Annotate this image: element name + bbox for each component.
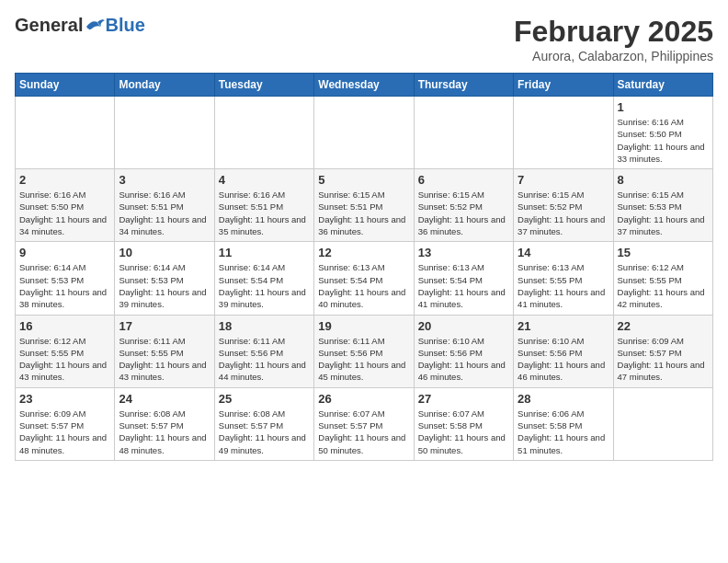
calendar-week-4: 16Sunrise: 6:12 AM Sunset: 5:55 PM Dayli…: [16, 315, 713, 387]
day-number: 5: [318, 173, 409, 187]
logo: General Blue: [15, 15, 145, 36]
calendar-cell: 8Sunrise: 6:15 AM Sunset: 5:53 PM Daylig…: [613, 169, 712, 242]
day-info: Sunrise: 6:10 AM Sunset: 5:56 PM Dayligh…: [418, 335, 509, 384]
calendar-cell: 4Sunrise: 6:16 AM Sunset: 5:51 PM Daylig…: [214, 169, 313, 242]
calendar-cell: [414, 97, 513, 169]
calendar-cell: 19Sunrise: 6:11 AM Sunset: 5:56 PM Dayli…: [314, 315, 414, 387]
day-info: Sunrise: 6:11 AM Sunset: 5:56 PM Dayligh…: [318, 335, 409, 384]
day-info: Sunrise: 6:15 AM Sunset: 5:52 PM Dayligh…: [418, 189, 509, 237]
day-number: 9: [19, 246, 110, 259]
day-info: Sunrise: 6:12 AM Sunset: 5:55 PM Dayligh…: [19, 335, 110, 384]
calendar-cell: 21Sunrise: 6:10 AM Sunset: 5:56 PM Dayli…: [514, 315, 613, 387]
calendar-cell: 16Sunrise: 6:12 AM Sunset: 5:55 PM Dayli…: [16, 315, 115, 387]
calendar-cell: [214, 97, 313, 169]
day-info: Sunrise: 6:11 AM Sunset: 5:55 PM Dayligh…: [119, 335, 210, 384]
calendar-table: SundayMondayTuesdayWednesdayThursdayFrid…: [15, 73, 713, 461]
day-number: 18: [219, 319, 310, 333]
day-info: Sunrise: 6:13 AM Sunset: 5:55 PM Dayligh…: [518, 261, 609, 310]
day-info: Sunrise: 6:15 AM Sunset: 5:52 PM Dayligh…: [518, 189, 609, 237]
day-info: Sunrise: 6:16 AM Sunset: 5:51 PM Dayligh…: [219, 189, 310, 237]
day-number: 13: [418, 246, 509, 259]
day-info: Sunrise: 6:09 AM Sunset: 5:57 PM Dayligh…: [618, 335, 709, 384]
day-info: Sunrise: 6:08 AM Sunset: 5:57 PM Dayligh…: [219, 408, 310, 456]
calendar-week-3: 9Sunrise: 6:14 AM Sunset: 5:53 PM Daylig…: [16, 242, 713, 315]
calendar-cell: 7Sunrise: 6:15 AM Sunset: 5:52 PM Daylig…: [514, 169, 613, 242]
logo-general-text: General: [15, 15, 83, 36]
day-info: Sunrise: 6:13 AM Sunset: 5:54 PM Dayligh…: [418, 261, 509, 310]
calendar-cell: 10Sunrise: 6:14 AM Sunset: 5:53 PM Dayli…: [115, 242, 214, 315]
calendar-cell: 26Sunrise: 6:07 AM Sunset: 5:57 PM Dayli…: [314, 387, 414, 460]
day-number: 1: [618, 100, 709, 114]
logo-blue-text: Blue: [105, 15, 144, 36]
calendar-cell: 13Sunrise: 6:13 AM Sunset: 5:54 PM Dayli…: [414, 242, 513, 315]
calendar-cell: 6Sunrise: 6:15 AM Sunset: 5:52 PM Daylig…: [414, 169, 513, 242]
day-number: 20: [418, 319, 509, 333]
calendar-cell: 23Sunrise: 6:09 AM Sunset: 5:57 PM Dayli…: [16, 387, 115, 460]
calendar-cell: [314, 97, 414, 169]
calendar-cell: 28Sunrise: 6:06 AM Sunset: 5:58 PM Dayli…: [514, 387, 613, 460]
day-number: 3: [119, 173, 210, 187]
weekday-header-saturday: Saturday: [613, 74, 712, 97]
logo-bird-icon: [85, 17, 105, 34]
calendar-cell: 25Sunrise: 6:08 AM Sunset: 5:57 PM Dayli…: [214, 387, 313, 460]
day-info: Sunrise: 6:07 AM Sunset: 5:57 PM Dayligh…: [318, 408, 409, 456]
day-number: 15: [618, 246, 709, 259]
day-number: 11: [219, 246, 310, 259]
calendar-cell: 17Sunrise: 6:11 AM Sunset: 5:55 PM Dayli…: [115, 315, 214, 387]
day-info: Sunrise: 6:11 AM Sunset: 5:56 PM Dayligh…: [219, 335, 310, 384]
day-number: 26: [318, 392, 409, 406]
day-info: Sunrise: 6:14 AM Sunset: 5:53 PM Dayligh…: [19, 261, 110, 310]
day-number: 28: [518, 392, 609, 406]
day-number: 2: [19, 173, 110, 187]
calendar-header-row: SundayMondayTuesdayWednesdayThursdayFrid…: [16, 74, 713, 97]
day-info: Sunrise: 6:13 AM Sunset: 5:54 PM Dayligh…: [318, 261, 409, 310]
day-info: Sunrise: 6:09 AM Sunset: 5:57 PM Dayligh…: [19, 408, 110, 456]
day-info: Sunrise: 6:16 AM Sunset: 5:50 PM Dayligh…: [19, 189, 110, 237]
day-number: 24: [119, 392, 210, 406]
weekday-header-monday: Monday: [115, 74, 214, 97]
day-number: 22: [618, 319, 709, 333]
day-info: Sunrise: 6:10 AM Sunset: 5:56 PM Dayligh…: [518, 335, 609, 384]
calendar-cell: [514, 97, 613, 169]
calendar-cell: 3Sunrise: 6:16 AM Sunset: 5:51 PM Daylig…: [115, 169, 214, 242]
day-info: Sunrise: 6:06 AM Sunset: 5:58 PM Dayligh…: [518, 408, 609, 456]
day-number: 7: [518, 173, 609, 187]
day-number: 21: [518, 319, 609, 333]
weekday-header-sunday: Sunday: [16, 74, 115, 97]
weekday-header-friday: Friday: [514, 74, 613, 97]
calendar-cell: [613, 387, 712, 460]
title-block: February 2025 Aurora, Calabarzon, Philip…: [514, 15, 713, 63]
day-info: Sunrise: 6:15 AM Sunset: 5:51 PM Dayligh…: [318, 189, 409, 237]
day-info: Sunrise: 6:16 AM Sunset: 5:51 PM Dayligh…: [119, 189, 210, 237]
calendar-cell: [16, 97, 115, 169]
day-number: 8: [618, 173, 709, 187]
day-number: 14: [518, 246, 609, 259]
day-number: 23: [19, 392, 110, 406]
day-info: Sunrise: 6:14 AM Sunset: 5:53 PM Dayligh…: [119, 261, 210, 310]
day-info: Sunrise: 6:08 AM Sunset: 5:57 PM Dayligh…: [119, 408, 210, 456]
calendar-cell: 9Sunrise: 6:14 AM Sunset: 5:53 PM Daylig…: [16, 242, 115, 315]
calendar-week-1: 1Sunrise: 6:16 AM Sunset: 5:50 PM Daylig…: [16, 97, 713, 169]
day-number: 27: [418, 392, 509, 406]
weekday-header-wednesday: Wednesday: [314, 74, 414, 97]
day-info: Sunrise: 6:07 AM Sunset: 5:58 PM Dayligh…: [418, 408, 509, 456]
calendar-cell: 15Sunrise: 6:12 AM Sunset: 5:55 PM Dayli…: [613, 242, 712, 315]
calendar-cell: 1Sunrise: 6:16 AM Sunset: 5:50 PM Daylig…: [613, 97, 712, 169]
calendar-week-5: 23Sunrise: 6:09 AM Sunset: 5:57 PM Dayli…: [16, 387, 713, 460]
calendar-cell: [115, 97, 214, 169]
day-number: 19: [318, 319, 409, 333]
calendar-cell: 5Sunrise: 6:15 AM Sunset: 5:51 PM Daylig…: [314, 169, 414, 242]
weekday-header-thursday: Thursday: [414, 74, 513, 97]
calendar-cell: 22Sunrise: 6:09 AM Sunset: 5:57 PM Dayli…: [613, 315, 712, 387]
day-number: 16: [19, 319, 110, 333]
calendar-cell: 2Sunrise: 6:16 AM Sunset: 5:50 PM Daylig…: [16, 169, 115, 242]
day-info: Sunrise: 6:15 AM Sunset: 5:53 PM Dayligh…: [618, 189, 709, 237]
day-number: 12: [318, 246, 409, 259]
location: Aurora, Calabarzon, Philippines: [514, 49, 713, 63]
day-info: Sunrise: 6:12 AM Sunset: 5:55 PM Dayligh…: [618, 261, 709, 310]
calendar-cell: 12Sunrise: 6:13 AM Sunset: 5:54 PM Dayli…: [314, 242, 414, 315]
calendar-cell: 14Sunrise: 6:13 AM Sunset: 5:55 PM Dayli…: [514, 242, 613, 315]
day-info: Sunrise: 6:16 AM Sunset: 5:50 PM Dayligh…: [618, 116, 709, 165]
day-info: Sunrise: 6:14 AM Sunset: 5:54 PM Dayligh…: [219, 261, 310, 310]
day-number: 25: [219, 392, 310, 406]
